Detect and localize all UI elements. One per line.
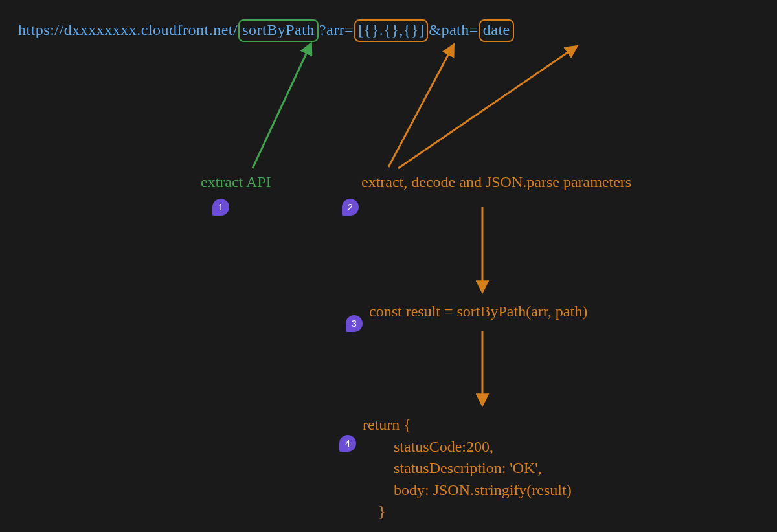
url-api-segment: sortByPath — [238, 19, 319, 42]
step1-num: 1 — [218, 202, 223, 212]
step2-label: extract, decode and JSON.parse parameter… — [361, 173, 631, 191]
url-param-path: date — [479, 19, 514, 42]
url-param-arr: [{}.{},{}] — [354, 19, 428, 42]
url-prefix: https://dxxxxxxxx.cloudfront.net/ — [18, 21, 238, 38]
step1-badge: 1 — [212, 199, 229, 216]
arrow-step2-right — [398, 47, 576, 168]
step3-num: 3 — [352, 318, 357, 329]
step1-label: extract API — [201, 173, 271, 191]
url-query-prefix: ?arr= — [319, 21, 354, 38]
arrow-step1 — [253, 44, 311, 168]
step3-label: const result = sortByPath(arr, path) — [369, 303, 587, 320]
step4-badge: 4 — [339, 435, 356, 452]
step3-badge: 3 — [346, 315, 363, 332]
url-line: https://dxxxxxxxx.cloudfront.net/sortByP… — [18, 19, 515, 42]
step4-code: return { statusCode:200, statusDescripti… — [363, 414, 572, 523]
step2-badge: 2 — [342, 199, 359, 216]
step2-num: 2 — [348, 202, 353, 212]
url-query-mid: &path= — [429, 21, 479, 38]
step4-num: 4 — [345, 438, 350, 449]
arrow-step2-left — [388, 45, 453, 167]
